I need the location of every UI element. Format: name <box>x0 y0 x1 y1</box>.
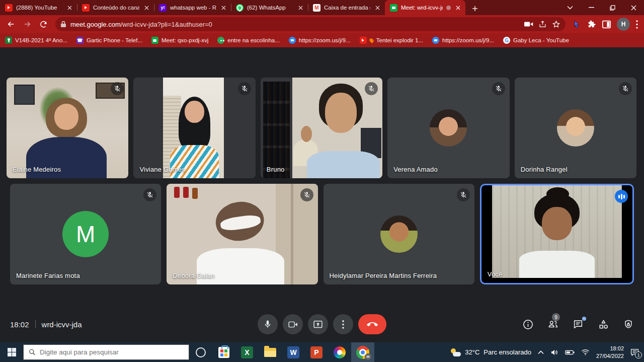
end-call-button[interactable] <box>358 314 386 334</box>
participant-avatar <box>430 109 467 147</box>
participant-video <box>133 78 255 178</box>
side-panel-icon[interactable] <box>602 20 611 29</box>
clock-date: 27/04/2022 <box>596 352 624 359</box>
participant-tile-marinete[interactable]: M Marinete Farias mota <box>10 184 161 284</box>
participant-tile-heidylamar[interactable]: Heidylamar Pereira Martins Ferreira <box>324 184 474 284</box>
tab-close-icon[interactable] <box>374 4 381 11</box>
more-options-button[interactable] <box>333 314 353 334</box>
taskbar-search[interactable] <box>23 344 189 360</box>
browser-toolbar: meet.google.com/wrd-icvv-jda?pli=1&authu… <box>0 15 644 33</box>
tab-gmail-inbox[interactable]: M Caixa de entrada (9.49 <box>308 0 385 15</box>
cortana-button[interactable] <box>189 342 212 362</box>
url-domain: meet.google.com <box>70 21 121 28</box>
chrome-taskbar-button[interactable]: H <box>351 342 374 362</box>
divider <box>35 320 36 328</box>
browser-menu-icon[interactable] <box>636 20 638 29</box>
tab-close-icon[interactable] <box>454 4 461 11</box>
tab-close-icon[interactable] <box>143 4 150 11</box>
file-explorer-button[interactable] <box>259 342 282 362</box>
back-button[interactable] <box>4 17 18 31</box>
participant-tile-dorinha[interactable]: Dorinha Rangel <box>515 78 636 178</box>
tab-yahoo-search[interactable]: y! whatsapp web - Resul <box>154 0 231 15</box>
tab-camera-in-use-icon[interactable] <box>524 21 533 28</box>
url-path: /wrd-icvv-jda?pli=1&authuser=0 <box>121 21 212 28</box>
tab-whatsapp[interactable]: (62) WhatsApp <box>231 0 308 15</box>
powerpoint-button[interactable]: P <box>305 342 328 362</box>
bookmark-label: Meet: qxo-pxdj-xvj <box>162 37 208 43</box>
participant-tile-viviane[interactable]: Viviane Gomes <box>133 78 255 178</box>
mic-off-icon <box>619 82 632 95</box>
participant-video <box>7 78 128 178</box>
word-button[interactable]: W <box>282 342 305 362</box>
mic-off-icon <box>143 188 156 201</box>
forward-button[interactable] <box>20 17 34 31</box>
show-everyone-button[interactable]: 9 <box>546 318 559 331</box>
tab-channel-content[interactable]: Conteúdo do canal - Y <box>77 0 154 15</box>
cursor-extension-icon[interactable] <box>573 20 581 29</box>
speaking-indicator-icon <box>615 190 628 203</box>
screen: (2888) YouTube Conteúdo do canal - Y y! … <box>0 0 644 362</box>
taskbar-clock[interactable]: 18:02 27/04/2022 <box>596 345 624 359</box>
store-icon <box>218 347 229 358</box>
extensions-puzzle-icon[interactable] <box>587 20 596 29</box>
tab-search-chevron-icon[interactable] <box>559 0 581 15</box>
youtube-favicon <box>82 4 90 12</box>
bookmark-youtube-video[interactable]: Tentei explodir 1... <box>360 37 423 44</box>
taskbar-weather[interactable]: 32°C Parc ensolarado <box>450 348 531 356</box>
media-recording-indicator-icon <box>446 6 451 10</box>
tab-youtube[interactable]: (2888) YouTube <box>0 0 77 15</box>
color-app-button[interactable] <box>328 342 351 362</box>
clock-time: 18:02 <box>596 345 624 352</box>
present-screen-button[interactable] <box>308 314 328 334</box>
participant-tile-elaine[interactable]: Elaine Medeiros <box>7 78 128 178</box>
start-button[interactable] <box>0 342 23 362</box>
meeting-code: wrd-icvv-jda <box>42 320 82 329</box>
participant-tile-verena[interactable]: Verena Amado <box>387 78 509 178</box>
host-controls-button[interactable] <box>622 318 635 331</box>
wifi-icon[interactable] <box>581 349 590 355</box>
maximize-button[interactable] <box>602 0 623 15</box>
volume-icon[interactable] <box>550 349 558 356</box>
tab-close-icon[interactable] <box>297 4 304 11</box>
google-favicon: G <box>503 37 510 44</box>
tab-meet-active[interactable]: Meet: wrd-icvv-jd <box>385 0 465 15</box>
bookmark-star-icon[interactable] <box>552 20 560 29</box>
meeting-details-button[interactable] <box>521 318 534 331</box>
microsoft-store-button[interactable] <box>212 342 235 362</box>
participant-video <box>167 184 317 284</box>
escolinha-favicon <box>217 37 224 44</box>
participant-video <box>261 78 382 178</box>
bookmark-label: V14B-2021 4º Ano... <box>15 37 67 43</box>
action-center-button[interactable]: 1 <box>630 348 639 356</box>
close-window-button[interactable] <box>623 0 644 15</box>
bookmark-gaby-leca[interactable]: GGaby Leca - YouTube <box>503 37 569 44</box>
participant-tile-bruno[interactable]: Bruno <box>261 78 382 178</box>
activities-button[interactable] <box>597 318 610 331</box>
new-tab-button[interactable] <box>468 2 481 15</box>
participant-initial-avatar: M <box>62 211 109 257</box>
chat-button[interactable] <box>572 318 585 331</box>
self-view-tile[interactable]: Você <box>480 184 634 284</box>
minimize-button[interactable] <box>581 0 602 15</box>
reload-button[interactable] <box>36 17 50 31</box>
bookmark-gartic[interactable]: ☎Gartic Phone - Telef... <box>76 37 142 44</box>
bookmark-zoom-2[interactable]: https://zoom.us/j/9... <box>432 37 494 44</box>
bookmark-classroom[interactable]: V14B-2021 4º Ano... <box>5 37 67 44</box>
battery-icon[interactable] <box>565 349 575 355</box>
tab-close-icon[interactable] <box>220 4 227 11</box>
tab-close-icon[interactable] <box>66 4 73 11</box>
tray-expand-chevron-icon[interactable] <box>538 350 544 354</box>
camera-button[interactable] <box>283 314 303 334</box>
profile-avatar[interactable]: H <box>617 18 630 31</box>
bookmark-meet[interactable]: Meet: qxo-pxdj-xvj <box>151 37 208 44</box>
bookmark-zoom-1[interactable]: https://zoom.us/j/9... <box>289 37 351 44</box>
participant-tile-debora[interactable]: Debora Galan <box>167 184 317 284</box>
address-bar[interactable]: meet.google.com/wrd-icvv-jda?pli=1&authu… <box>55 17 566 31</box>
share-icon[interactable] <box>538 20 547 28</box>
bookmark-escolinha[interactable]: entre na escolinha... <box>217 37 280 44</box>
url-text: meet.google.com/wrd-icvv-jda?pli=1&authu… <box>70 21 520 28</box>
mic-button[interactable] <box>258 314 278 334</box>
excel-button[interactable]: X <box>235 342 259 362</box>
meeting-clock: 18:02 <box>10 320 29 329</box>
search-input[interactable] <box>40 348 184 356</box>
